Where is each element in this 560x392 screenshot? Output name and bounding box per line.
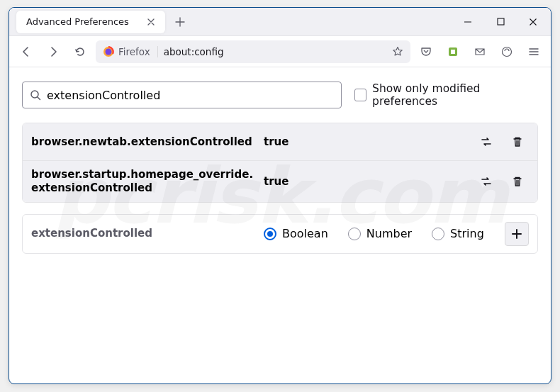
radio-label: Boolean xyxy=(282,227,328,240)
toggle-button[interactable] xyxy=(475,130,498,153)
pocket-button[interactable] xyxy=(415,40,437,63)
tab-advanced-preferences[interactable]: Advanced Preferences xyxy=(16,11,165,33)
tab-title: Advanced Preferences xyxy=(26,16,129,27)
back-button[interactable] xyxy=(15,40,38,63)
show-modified-checkbox[interactable]: Show only modified preferences xyxy=(354,82,538,108)
search-field-wrap xyxy=(22,82,342,108)
pref-value: true xyxy=(264,175,466,188)
search-icon xyxy=(30,89,41,101)
checkbox-label: Show only modified preferences xyxy=(372,82,538,108)
radio-icon xyxy=(348,228,361,240)
extension-button[interactable] xyxy=(442,40,464,63)
close-window-button[interactable] xyxy=(518,9,548,35)
pref-name: browser.newtab.extensionControlled xyxy=(31,135,255,149)
radio-number[interactable]: Number xyxy=(348,227,412,240)
forward-button[interactable] xyxy=(42,40,65,63)
type-selector: Boolean Number String xyxy=(264,227,496,240)
maximize-button[interactable] xyxy=(486,9,515,35)
add-button[interactable] xyxy=(505,222,529,246)
radio-label: Number xyxy=(366,227,412,240)
about-config-content: Show only modified preferences browser.n… xyxy=(9,67,551,254)
delete-button[interactable] xyxy=(506,130,529,153)
radio-string[interactable]: String xyxy=(432,227,484,240)
reload-button[interactable] xyxy=(69,40,91,63)
address-bar[interactable]: Firefox about:config xyxy=(96,40,410,63)
pref-row: browser.startup.homepage_override.extens… xyxy=(23,160,537,202)
delete-button[interactable] xyxy=(506,170,529,193)
pref-row: extensionControlled Boolean Number Strin… xyxy=(23,215,537,253)
close-icon[interactable] xyxy=(147,18,155,26)
new-pref-row: extensionControlled Boolean Number Strin… xyxy=(22,214,538,254)
identity-label: Firefox xyxy=(118,46,150,57)
tab-bar: Advanced Preferences xyxy=(9,8,551,36)
radio-icon xyxy=(432,228,444,240)
navigation-toolbar: Firefox about:config xyxy=(9,36,551,67)
mail-button[interactable] xyxy=(469,40,491,63)
minimize-button[interactable] xyxy=(453,9,483,35)
radio-icon xyxy=(264,228,276,240)
radio-boolean[interactable]: Boolean xyxy=(264,227,328,240)
svg-point-2 xyxy=(106,48,112,55)
pref-name: browser.startup.homepage_override.extens… xyxy=(31,168,255,195)
radio-label: String xyxy=(450,227,484,240)
menu-button[interactable] xyxy=(522,40,545,63)
site-identity[interactable]: Firefox xyxy=(103,46,158,57)
firefox-icon xyxy=(103,46,114,57)
checkbox-icon xyxy=(354,89,366,101)
svg-rect-0 xyxy=(498,18,504,25)
pref-row: browser.newtab.extensionControlled true xyxy=(23,123,537,160)
search-row: Show only modified preferences xyxy=(22,82,538,108)
preferences-table: browser.newtab.extensionControlled true … xyxy=(22,123,538,203)
svg-rect-4 xyxy=(451,50,455,54)
new-pref-name: extensionControlled xyxy=(31,227,255,240)
toggle-button[interactable] xyxy=(475,170,498,193)
url-text: about:config xyxy=(164,46,386,57)
account-button[interactable] xyxy=(495,40,518,63)
new-tab-button[interactable] xyxy=(175,17,185,27)
window-controls xyxy=(453,9,551,35)
pref-value: true xyxy=(264,135,466,148)
browser-window: Advanced Preferences xyxy=(9,7,551,384)
search-input[interactable] xyxy=(47,89,334,102)
bookmark-star-icon[interactable] xyxy=(392,46,403,57)
